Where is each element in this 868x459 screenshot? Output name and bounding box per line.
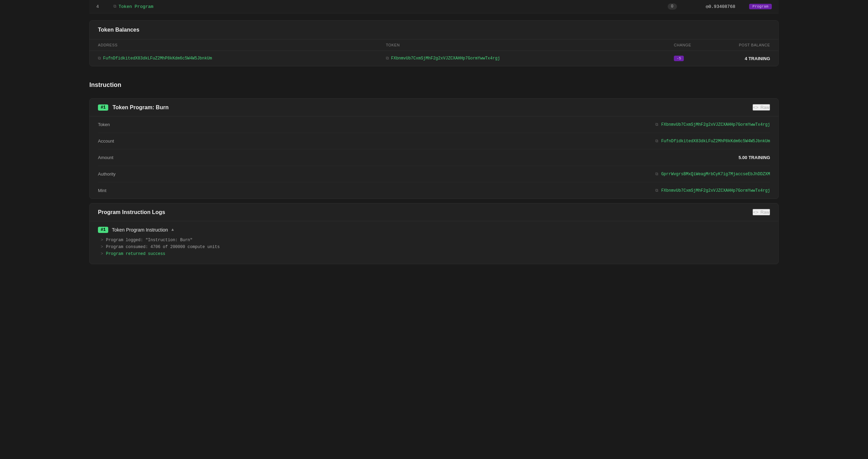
log-instruction-header: #1 Token Program Instruction ▲ (98, 227, 770, 233)
token-balances-header: Token Balances (90, 21, 778, 40)
field-value-mint: ⧉ FXbnmvUb7CxmSjMhF2g2xVJZCXAHHp7GormYww… (655, 188, 770, 193)
token-balances-table-header: ADDRESS TOKEN CHANGE POST BALANCE (90, 40, 778, 51)
logs-raw-button[interactable]: <> Raw (753, 209, 770, 215)
log-arrow-0: > (101, 238, 103, 243)
program-tag: Program (749, 4, 772, 9)
post-balance-cell: 4 TRAINING (715, 56, 770, 61)
mint-field-link[interactable]: FXbnmvUb7CxmSjMhF2g2xVJZCXAHHp7GormYwwTx… (661, 188, 770, 193)
logs-body: #1 Token Program Instruction ▲ > Program… (90, 221, 778, 264)
token-balances-card: Token Balances ADDRESS TOKEN CHANGE POST… (89, 20, 779, 66)
token-program-row: 4 ⧉ Token Program 0 ◎0.93408768 Program (89, 0, 779, 13)
raw-button[interactable]: <> Raw (753, 104, 770, 111)
field-row-account: Account ⧉ FufnDfidkitedX83dkLFuZ2MhP8kKd… (98, 133, 770, 149)
log-line-1: > Program consumed: 4706 of 200000 compu… (101, 245, 770, 249)
sol-amount: ◎0.93408768 (684, 4, 735, 9)
field-row-authority: Authority ⧉ GprrWvgrsBMxQiWeagMrbCyK7ig7… (98, 166, 770, 182)
field-row-amount: Amount 5.00 TRAINING (98, 149, 770, 166)
field-row-mint: Mint ⧉ FXbnmvUb7CxmSjMhF2g2xVJZCXAHHp7Go… (98, 182, 770, 199)
code-icon: <> (753, 105, 758, 110)
log-text-0: Program logged: "Instruction: Burn" (106, 238, 192, 243)
logs-header: Program Instruction Logs <> Raw (90, 203, 778, 221)
row-number: 4 (96, 4, 107, 9)
change-cell: -5 (674, 56, 715, 61)
instruction-fields: Token ⧉ FXbnmvUb7CxmSjMhF2g2xVJZCXAHHp7G… (90, 116, 778, 199)
instruction-section-title: Instruction (89, 73, 779, 94)
col-token: TOKEN (386, 43, 674, 47)
copy-icon-token-field[interactable]: ⧉ (655, 122, 658, 127)
logs-title: Program Instruction Logs (98, 209, 165, 215)
field-value-account: ⧉ FufnDfidkitedX83dkLFuZ2MhP8kKdm6c5W4W5… (655, 139, 770, 144)
field-label-authority: Authority (98, 171, 115, 177)
log-text-2: Program returned success (106, 251, 165, 256)
authority-field-link[interactable]: GprrWvgrsBMxQiWeagMrbCyK7ig7MjaccseEbJhD… (661, 172, 770, 177)
col-address: ADDRESS (98, 43, 386, 47)
logs-card: Program Instruction Logs <> Raw #1 Token… (89, 203, 779, 264)
log-lines: > Program logged: "Instruction: Burn" > … (98, 238, 770, 256)
col-change: CHANGE (674, 43, 715, 47)
field-row-token: Token ⧉ FXbnmvUb7CxmSjMhF2g2xVJZCXAHHp7G… (98, 116, 770, 133)
log-line-2: > Program returned success (101, 251, 770, 256)
token-link[interactable]: ⧉ FXbnmvUb7CxmSjMhF2g2xVJZCXAHHp7GormYww… (386, 56, 674, 61)
instruction-card-header: #1 Token Program: Burn <> Raw (90, 99, 778, 116)
change-badge: -5 (674, 56, 684, 61)
log-text-1: Program consumed: 4706 of 200000 compute… (106, 245, 220, 249)
token-program-link[interactable]: ⧉ Token Program (113, 4, 182, 9)
field-label-token: Token (98, 122, 110, 127)
field-label-mint: Mint (98, 188, 107, 193)
field-label-amount: Amount (98, 155, 113, 160)
log-line-0: > Program logged: "Instruction: Burn" (101, 238, 770, 243)
col-post-balance: POST BALANCE (715, 43, 770, 47)
copy-icon-tp[interactable]: ⧉ (113, 4, 116, 9)
field-value-authority: ⧉ GprrWvgrsBMxQiWeagMrbCyK7ig7MjaccseEbJ… (655, 172, 770, 177)
table-row: ⧉ FufnDfidkitedX83dkLFuZ2MhP8kKdm6c5W4W5… (90, 51, 778, 66)
token-field-link[interactable]: FXbnmvUb7CxmSjMhF2g2xVJZCXAHHp7GormYwwTx… (661, 122, 770, 127)
log-arrow-1: > (101, 245, 103, 249)
log-arrow-2: > (101, 251, 103, 256)
zero-badge: 0 (668, 3, 677, 10)
copy-icon-token[interactable]: ⧉ (386, 56, 389, 61)
field-value-token: ⧉ FXbnmvUb7CxmSjMhF2g2xVJZCXAHHp7GormYww… (655, 122, 770, 127)
instruction-num-badge: #1 (98, 104, 108, 111)
collapse-icon[interactable]: ▲ (171, 227, 174, 232)
copy-icon-addr[interactable]: ⧉ (98, 56, 101, 61)
address-link[interactable]: ⧉ FufnDfidkitedX83dkLFuZ2MhP8kKdm6c5W4W5… (98, 56, 386, 61)
account-field-link[interactable]: FufnDfidkitedX83dkLFuZ2MhP8kKdm6c5W4W5Jb… (661, 139, 770, 144)
field-value-amount: 5.00 TRAINING (738, 155, 770, 160)
instruction-title-row: #1 Token Program: Burn (98, 104, 169, 111)
instruction-name: Token Program: Burn (112, 104, 168, 111)
copy-icon-authority-field[interactable]: ⧉ (655, 172, 658, 177)
amount-value: 5.00 TRAINING (738, 155, 770, 160)
code-icon-logs: <> (753, 210, 758, 215)
copy-icon-mint-field[interactable]: ⧉ (655, 188, 658, 193)
log-num-badge: #1 (98, 227, 108, 233)
field-label-account: Account (98, 138, 114, 144)
instruction-card: #1 Token Program: Burn <> Raw Token ⧉ FX… (89, 98, 779, 199)
log-instruction-name: Token Program Instruction (112, 227, 168, 233)
copy-icon-account-field[interactable]: ⧉ (655, 139, 658, 144)
